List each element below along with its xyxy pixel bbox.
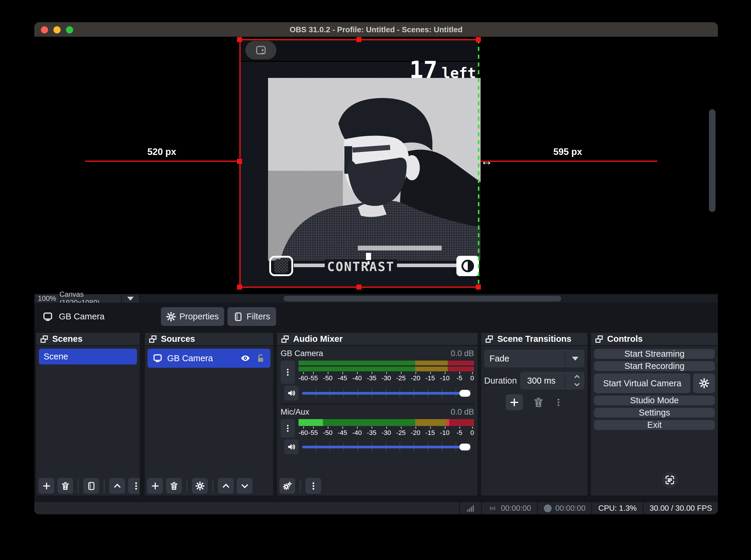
meter-tick-label: -40: [352, 374, 362, 382]
source-toolbar: GB Camera Properties Filters: [34, 303, 718, 331]
resize-handle-top-right[interactable]: [476, 37, 481, 42]
title-bar[interactable]: OBS 31.0.2 - Profile: Untitled - Scenes:…: [34, 22, 718, 37]
volume-slider-handle[interactable]: [459, 390, 470, 397]
remove-scene-button[interactable]: [57, 478, 73, 494]
volume-slider[interactable]: [302, 389, 470, 398]
canvas-dropdown[interactable]: [122, 294, 140, 303]
status-bar: 00:00:00 00:00:00 CPU: 1.3% 30.00 / 30.0…: [34, 501, 718, 514]
scene-transitions-header[interactable]: Scene Transitions: [481, 333, 587, 346]
mute-speaker-button[interactable]: [284, 386, 299, 401]
panel-icon: [40, 335, 49, 344]
toolbar-separator: [104, 480, 105, 492]
window-title: OBS 31.0.2 - Profile: Untitled - Scenes:…: [289, 25, 462, 34]
resize-handle-bottom-left[interactable]: [237, 284, 242, 289]
scenes-panel-header[interactable]: Scenes: [36, 333, 140, 346]
start-recording-button[interactable]: Start Recording: [594, 361, 715, 371]
unlock-icon[interactable]: [256, 353, 266, 363]
resize-handle-top-left[interactable]: [237, 37, 242, 42]
chevron-up-icon[interactable]: [573, 373, 581, 380]
plus-icon: [42, 481, 51, 491]
move-scene-up-button[interactable]: [109, 478, 125, 494]
gear-icon: [166, 312, 176, 321]
panel-icon: [594, 335, 604, 344]
camera-pill-button[interactable]: [245, 41, 277, 59]
connection-quality: [459, 502, 481, 514]
move-source-up-button[interactable]: [218, 478, 234, 494]
contrast-slider-handle[interactable]: [366, 253, 371, 260]
screen-capture-overlay-badge[interactable]: [662, 472, 678, 488]
eye-visible-icon[interactable]: [239, 353, 251, 363]
remove-source-button[interactable]: [166, 478, 182, 494]
volume-slider-handle[interactable]: [459, 444, 470, 451]
filters-button[interactable]: Filters: [227, 307, 276, 326]
meter-tick-label: -20: [411, 429, 420, 437]
dots-vertical-icon: [309, 481, 318, 491]
resize-handle-mid-left[interactable]: [237, 159, 242, 164]
resize-handle-bottom-center[interactable]: [357, 284, 362, 289]
zoom-level[interactable]: 100%: [35, 294, 59, 303]
studio-mode-button[interactable]: Studio Mode: [594, 396, 715, 405]
cpu-usage: CPU: 1.3%: [591, 502, 643, 514]
preview-horizontal-scrollbar[interactable]: [284, 296, 561, 301]
sources-panel-title: Sources: [161, 334, 195, 344]
properties-button[interactable]: Properties: [161, 307, 224, 326]
mixer-toolbar: [279, 478, 321, 494]
virtual-camera-settings-button[interactable]: [693, 374, 715, 393]
meter-tick-label: -15: [425, 374, 435, 382]
add-source-button[interactable]: [147, 478, 163, 494]
spinner-arrows[interactable]: [573, 373, 581, 388]
resize-cursor: ↔: [480, 154, 493, 168]
meter-tick-label: -50: [323, 374, 332, 382]
resize-handle-top-center[interactable]: [357, 37, 362, 42]
panel-icon: [281, 335, 289, 344]
toolbar-separator: [78, 480, 79, 492]
transition-select[interactable]: Fade: [484, 349, 585, 367]
remove-transition-button[interactable]: [533, 397, 544, 408]
transition-more-button[interactable]: [554, 397, 563, 407]
channel-options-button[interactable]: [281, 361, 295, 384]
scenes-panel: Scenes Scene: [36, 333, 140, 496]
dots-vertical-icon: [131, 481, 140, 491]
mute-speaker-button[interactable]: [284, 439, 299, 454]
duration-value: 300 ms: [527, 376, 555, 386]
volume-slider[interactable]: [302, 442, 470, 451]
chevron-down-icon: [572, 357, 579, 361]
move-source-down-button[interactable]: [237, 478, 252, 494]
mixer-more-button[interactable]: [305, 478, 321, 494]
channel-options-button[interactable]: [281, 419, 295, 438]
preview-vertical-scrollbar[interactable]: [709, 109, 715, 212]
sources-panel-header[interactable]: Sources: [145, 333, 273, 346]
gb-camera-source[interactable]: 17 left: [241, 39, 478, 286]
selected-source-label: GB Camera: [59, 312, 104, 321]
docks-area: Scenes Scene Sources: [34, 331, 718, 501]
chevron-down-icon[interactable]: [573, 381, 581, 388]
measure-label-right: 595 px: [553, 146, 582, 157]
audio-mixer-title: Audio Mixer: [293, 334, 343, 344]
canvas-size-label[interactable]: Canvas (1920x1080): [59, 294, 122, 303]
selected-source: GB Camera: [42, 312, 104, 322]
contrast-label: CONTRAST: [325, 259, 397, 274]
measure-line-right: [480, 161, 657, 162]
exit-button[interactable]: Exit: [594, 420, 715, 430]
meter-tick-label: -30: [382, 429, 391, 437]
add-scene-button[interactable]: [39, 478, 54, 494]
scene-filters-button[interactable]: [83, 478, 99, 494]
controls-header[interactable]: Controls: [591, 333, 718, 346]
zoom-window-button[interactable]: [66, 26, 73, 34]
audio-mixer-header[interactable]: Audio Mixer: [277, 333, 478, 346]
advanced-audio-button[interactable]: [279, 478, 295, 494]
preview-canvas[interactable]: 520 px 595 px 17 left: [34, 37, 718, 294]
add-transition-button[interactable]: [506, 394, 523, 410]
start-virtual-camera-button[interactable]: Start Virtual Camera: [594, 374, 690, 393]
close-window-button[interactable]: [41, 26, 48, 34]
minimize-window-button[interactable]: [54, 26, 61, 34]
scene-list-item[interactable]: Scene: [39, 349, 137, 364]
settings-button[interactable]: Settings: [594, 408, 715, 418]
start-streaming-button[interactable]: Start Streaming: [594, 349, 715, 359]
properties-button-label: Properties: [179, 312, 219, 321]
source-properties-button[interactable]: [192, 478, 208, 494]
resize-handle-bottom-right[interactable]: [476, 284, 481, 289]
scene-more-button[interactable]: [128, 478, 140, 494]
duration-spinner[interactable]: 300 ms: [520, 372, 585, 389]
source-list-item[interactable]: GB Camera: [147, 349, 270, 368]
